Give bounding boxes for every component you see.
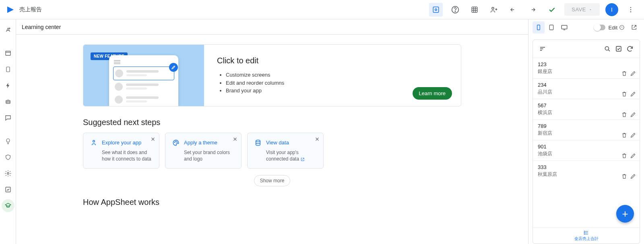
close-icon[interactable]	[150, 136, 156, 142]
actions-icon[interactable]	[2, 79, 14, 92]
svg-point-6	[630, 7, 632, 8]
card-title: View data	[266, 140, 289, 146]
check-icon[interactable]	[545, 3, 559, 17]
svg-rect-22	[537, 25, 540, 30]
preview-top-controls: Edit	[528, 19, 644, 35]
list-view-icon	[583, 230, 590, 236]
edit-icon[interactable]	[630, 173, 636, 179]
appsheet-logo-icon	[6, 5, 15, 15]
list-item[interactable]: 789新宿店	[533, 119, 640, 140]
item-name: 横浜店	[538, 109, 635, 116]
learn-more-button[interactable]: Learn more	[413, 87, 452, 100]
item-number: 333	[538, 164, 635, 170]
item-name: 新宿店	[538, 130, 635, 137]
database-icon	[254, 139, 262, 147]
preview-icon[interactable]	[429, 3, 443, 17]
hero-bullet: Edit and reorder columns	[226, 79, 448, 87]
more-icon[interactable]	[624, 3, 638, 17]
chat-icon[interactable]	[2, 111, 14, 124]
open-external-icon[interactable]	[628, 21, 640, 33]
list-item[interactable]: 567横浜店	[533, 99, 640, 119]
delete-icon[interactable]	[621, 70, 627, 77]
edit-toggle[interactable]	[594, 25, 605, 30]
edit-icon[interactable]	[630, 111, 636, 118]
bottom-tab-label: 全店売上合計	[574, 236, 599, 242]
how-works-title: How AppSheet works	[83, 198, 461, 207]
security-icon[interactable]	[2, 151, 14, 164]
refresh-icon[interactable]	[624, 43, 636, 54]
delete-icon[interactable]	[621, 132, 627, 138]
select-icon[interactable]	[613, 43, 624, 54]
item-name: 品川店	[538, 89, 635, 96]
svg-point-18	[174, 142, 175, 142]
delete-icon[interactable]	[621, 152, 627, 159]
delete-icon[interactable]	[621, 173, 627, 179]
svg-rect-4	[472, 7, 478, 13]
learning-center-icon[interactable]	[2, 199, 14, 212]
main-content: Learning center NEW FEATURE	[16, 19, 528, 244]
hero-bullet: Customize screens	[226, 71, 448, 79]
delete-icon[interactable]	[621, 111, 627, 118]
card-apply-theme[interactable]: Apply a theme Set your brand colors and …	[165, 133, 242, 169]
home-icon[interactable]	[2, 23, 14, 36]
left-rail	[0, 19, 16, 244]
svg-point-9	[9, 28, 10, 29]
list-item[interactable]: 234品川店	[533, 78, 640, 99]
desktop-icon[interactable]	[558, 21, 570, 33]
search-icon[interactable]	[602, 43, 613, 54]
avatar[interactable]: I	[605, 3, 618, 16]
suggested-title: Suggested next steps	[83, 118, 461, 127]
svg-point-20	[177, 142, 178, 142]
close-icon[interactable]	[232, 136, 238, 142]
edit-icon[interactable]	[630, 91, 636, 97]
close-icon[interactable]	[314, 136, 320, 142]
hero-title: Click to edit	[217, 56, 448, 65]
app-title: 売上報告	[19, 6, 42, 13]
svg-point-29	[584, 232, 584, 233]
fab-add-button[interactable]: +	[616, 205, 634, 223]
svg-point-3	[455, 11, 456, 11]
card-view-data[interactable]: View data Visit your app's connected dat…	[247, 133, 324, 169]
preview-toolbar	[533, 40, 640, 58]
settings-icon[interactable]	[2, 167, 14, 180]
sort-icon[interactable]	[537, 43, 548, 54]
svg-point-30	[584, 234, 584, 234]
svg-point-15	[7, 173, 9, 175]
edit-icon[interactable]	[630, 132, 636, 138]
intelligence-icon[interactable]	[2, 135, 14, 148]
data-icon[interactable]	[2, 47, 14, 60]
preview-list: 123銀座店234品川店567横浜店789新宿店901池袋店333秋葉原店	[533, 58, 640, 227]
svg-point-17	[93, 140, 95, 142]
save-button[interactable]: SAVE	[564, 3, 600, 16]
delete-icon[interactable]	[621, 91, 627, 97]
svg-point-13	[6, 102, 7, 102]
card-explore-app[interactable]: Explore your app See what it does and ho…	[83, 133, 159, 169]
undo-icon[interactable]	[506, 3, 520, 17]
share-icon[interactable]	[487, 3, 501, 17]
redo-icon[interactable]	[526, 3, 539, 17]
main-header: Learning center	[16, 19, 528, 35]
show-more-button[interactable]: Show more	[254, 175, 291, 186]
manage-icon[interactable]	[2, 183, 14, 196]
edit-icon[interactable]	[630, 152, 636, 159]
palette-icon	[172, 139, 180, 147]
item-name: 池袋店	[538, 150, 635, 157]
list-item[interactable]: 901池袋店	[533, 140, 640, 161]
views-icon[interactable]	[2, 63, 14, 76]
tablet-icon[interactable]	[545, 21, 557, 33]
hero-illustration: NEW FEATURE	[83, 45, 204, 106]
preview-bottom-nav[interactable]: 全店売上合計	[533, 227, 640, 244]
mobile-icon[interactable]	[533, 21, 545, 33]
svg-rect-27	[616, 46, 621, 51]
automation-icon[interactable]	[2, 95, 14, 108]
svg-point-21	[256, 140, 260, 142]
list-item[interactable]: 123銀座店	[533, 58, 640, 78]
explore-icon	[90, 139, 98, 147]
edit-icon[interactable]	[630, 70, 636, 77]
edit-label: Edit	[609, 25, 625, 31]
item-number: 234	[538, 82, 635, 88]
card-desc: See what it does and how it connects to …	[90, 149, 153, 163]
grid-icon[interactable]	[468, 3, 481, 17]
list-item[interactable]: 333秋葉原店	[533, 161, 640, 181]
help-icon[interactable]	[448, 3, 462, 17]
